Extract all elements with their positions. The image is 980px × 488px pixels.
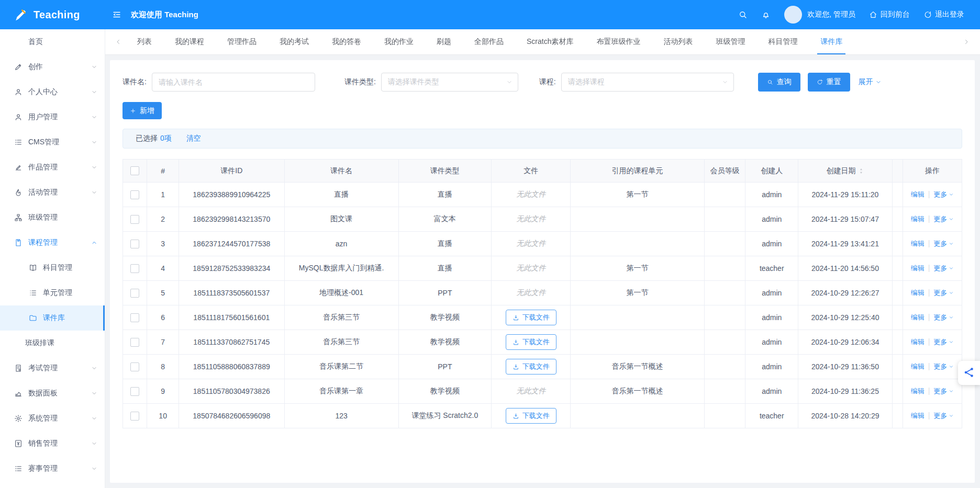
sidebar-item-sales-management[interactable]: 销售管理	[0, 431, 105, 456]
edit-link[interactable]: 编辑	[911, 215, 925, 223]
tab-all-works[interactable]: 全部作品	[463, 29, 515, 54]
row-checkbox[interactable]	[130, 264, 139, 273]
cell-select	[123, 404, 147, 428]
search-icon[interactable]	[738, 10, 748, 19]
edit-link[interactable]: 编辑	[911, 412, 925, 419]
sidebar-item-competition-management[interactable]: 赛事管理	[0, 456, 105, 481]
expand-filters-link[interactable]: 展开	[859, 77, 882, 87]
tab-list[interactable]: 列表	[126, 29, 163, 54]
more-dropdown-link[interactable]: 更多	[933, 411, 954, 421]
sidebar-item-class-scheduling[interactable]: 班级排课	[0, 331, 105, 356]
selection-prefix: 已选择	[136, 134, 158, 143]
tab-courseware-library[interactable]: 课件库	[809, 29, 854, 54]
courseware-type-select[interactable]: 请选择课件类型	[381, 73, 518, 92]
reset-button[interactable]: 重置	[808, 73, 850, 92]
edit-link[interactable]: 编辑	[911, 313, 925, 321]
sidebar-item-creation[interactable]: 创作	[0, 54, 105, 80]
cell-ops: 编辑|更多	[903, 256, 962, 281]
cell-id: 1851113370862751745	[179, 330, 284, 355]
sidebar-item-exam-management[interactable]: 考试管理	[0, 356, 105, 381]
tab-manage-works[interactable]: 管理作品	[216, 29, 268, 54]
tab-scratch-assets[interactable]: Scratch素材库	[515, 29, 585, 54]
row-checkbox[interactable]	[130, 362, 139, 371]
select-all-checkbox[interactable]	[130, 166, 139, 175]
download-file-button[interactable]: 下载文件	[506, 408, 556, 424]
download-icon	[513, 314, 519, 321]
cell-id: 1851118373505601537	[179, 281, 284, 305]
row-checkbox[interactable]	[130, 289, 139, 298]
avatar[interactable]	[784, 6, 802, 24]
sort-carets-icon[interactable]	[859, 168, 864, 174]
sidebar-item-unit-management[interactable]: 单元管理	[0, 280, 105, 305]
cell-select	[123, 379, 147, 404]
edit-link[interactable]: 编辑	[911, 240, 925, 247]
sidebar-item-class-management[interactable]: 班级管理	[0, 205, 105, 230]
sidebar-item-system-management[interactable]: 系统管理	[0, 406, 105, 431]
more-dropdown-link[interactable]: 更多	[933, 337, 954, 347]
download-file-button[interactable]: 下载文件	[506, 334, 556, 350]
tab-activity-list[interactable]: 活动列表	[652, 29, 704, 54]
sidebar-item-cms-management[interactable]: CMS管理	[0, 130, 105, 155]
tab-my-courses[interactable]: 我的课程	[163, 29, 216, 54]
tabs-scroll-left-icon[interactable]	[111, 39, 126, 45]
tab-my-homework[interactable]: 我的作业	[373, 29, 425, 54]
edit-link[interactable]: 编辑	[911, 264, 925, 272]
row-checkbox[interactable]	[130, 215, 139, 224]
search-button[interactable]: 查询	[758, 73, 800, 92]
column-header-date[interactable]: 创建日期	[798, 160, 893, 183]
clear-selection-link[interactable]: 清空	[186, 134, 201, 143]
more-dropdown-link[interactable]: 更多	[933, 313, 954, 322]
download-file-button[interactable]: 下载文件	[506, 359, 556, 374]
floating-share-widget[interactable]	[958, 361, 980, 385]
tab-my-exams[interactable]: 我的考试	[268, 29, 320, 54]
download-file-button[interactable]: 下载文件	[506, 310, 556, 325]
edit-link[interactable]: 编辑	[911, 362, 925, 370]
tab-assign-class-homework[interactable]: 布置班级作业	[585, 29, 652, 54]
sidebar-item-personal-center[interactable]: 个人中心	[0, 80, 105, 105]
logo-pen-icon	[13, 7, 28, 22]
tab-class-management[interactable]: 班级管理	[704, 29, 756, 54]
sidebar-item-home[interactable]: 首页	[0, 29, 105, 54]
sidebar-item-data-dashboard[interactable]: 数据面板	[0, 381, 105, 406]
more-dropdown-link[interactable]: 更多	[933, 214, 954, 224]
tab-my-answers[interactable]: 我的答卷	[320, 29, 373, 54]
row-checkbox[interactable]	[130, 240, 139, 248]
column-header-creator: 创建人	[745, 160, 798, 183]
edit-link[interactable]: 编辑	[911, 387, 925, 395]
more-dropdown-link[interactable]: 更多	[933, 362, 954, 371]
more-dropdown-link[interactable]: 更多	[933, 387, 954, 396]
edit-icon	[14, 163, 23, 172]
edit-link[interactable]: 编辑	[911, 190, 925, 198]
sidebar-item-courseware-library[interactable]: 课件库	[0, 305, 105, 331]
tab-subject-management[interactable]: 科目管理	[756, 29, 809, 54]
edit-link[interactable]: 编辑	[911, 338, 925, 346]
course-select[interactable]: 请选择课程	[561, 73, 734, 92]
more-dropdown-link[interactable]: 更多	[933, 239, 954, 248]
add-button[interactable]: 新增	[122, 102, 162, 119]
courseware-name-input[interactable]	[152, 73, 315, 92]
download-icon	[513, 364, 519, 370]
more-dropdown-link[interactable]: 更多	[933, 264, 954, 273]
more-dropdown-link[interactable]: 更多	[933, 190, 954, 199]
tab-question-drill[interactable]: 刷题	[425, 29, 463, 54]
row-checkbox[interactable]	[130, 338, 139, 347]
row-checkbox[interactable]	[130, 313, 139, 322]
back-to-front-link[interactable]: 回到前台	[869, 10, 910, 19]
sidebar-item-subject-management[interactable]: 科目管理	[0, 255, 105, 280]
sidebar-item-works-management[interactable]: 作品管理	[0, 155, 105, 180]
bell-icon[interactable]	[761, 10, 771, 19]
collapse-menu-icon[interactable]	[112, 10, 121, 19]
sidebar-item-activity-management[interactable]: 活动管理	[0, 180, 105, 205]
tabs-scroll-right-icon[interactable]	[959, 39, 974, 45]
cell-level	[704, 305, 745, 330]
edit-link[interactable]: 编辑	[911, 289, 925, 297]
sidebar-item-user-management[interactable]: 用户管理	[0, 105, 105, 130]
row-checkbox[interactable]	[130, 190, 139, 199]
logout-link[interactable]: 退出登录	[923, 10, 964, 19]
more-dropdown-link[interactable]: 更多	[933, 288, 954, 298]
sidebar-item-course-management[interactable]: 课程管理	[0, 230, 105, 255]
chevron-down-icon	[949, 339, 954, 345]
row-checkbox[interactable]	[130, 412, 139, 421]
row-checkbox[interactable]	[130, 387, 139, 396]
cell-name: 地理概述-001	[284, 281, 398, 305]
